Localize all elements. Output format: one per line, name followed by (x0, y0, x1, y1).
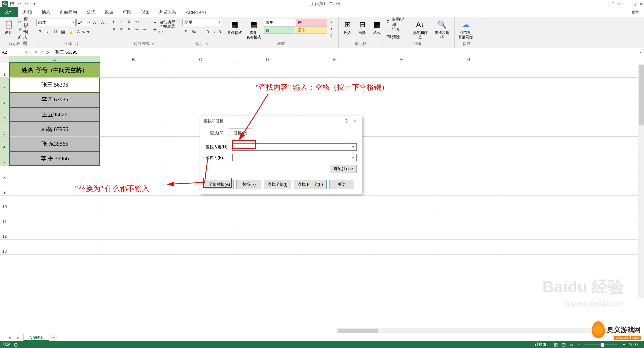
expand-formula-bar-icon[interactable]: ▾ (637, 48, 644, 56)
align-bottom-icon[interactable]: ⬇ (125, 19, 133, 25)
number-format-combo[interactable]: ▼ (182, 19, 222, 26)
row-header-12[interactable]: 12 (0, 225, 9, 239)
row-header-9[interactable]: 9 (0, 181, 9, 195)
enter-formula-icon[interactable]: ✓ (40, 50, 44, 55)
insert-cells-button[interactable]: ⊞插入 (341, 19, 354, 36)
fx-icon[interactable]: fx (46, 50, 49, 55)
tab-insert[interactable]: 插入 (37, 7, 55, 17)
align-left-icon[interactable]: ≡ (110, 26, 117, 33)
close-window-icon[interactable]: ✕ (639, 2, 643, 6)
replace-all-button[interactable]: 全部替换(A) (205, 180, 234, 189)
find-input[interactable] (232, 143, 350, 151)
fill-button[interactable]: ↓填充 (384, 26, 409, 33)
font-launcher-icon[interactable]: ↘ (74, 42, 78, 46)
tab-developer[interactable]: 开发工具 (154, 7, 181, 17)
tab-replace[interactable]: 替换(P) (229, 128, 252, 138)
cell-a6[interactable]: 张 东39565 (9, 137, 100, 151)
name-box[interactable]: ▼ (0, 50, 31, 55)
currency-icon[interactable]: $ (182, 28, 190, 36)
row-header-2[interactable]: 2 (0, 78, 9, 92)
cell-a5[interactable]: 韩梅 87956 (9, 122, 100, 136)
row-header-13[interactable]: 13 (0, 240, 9, 254)
zoom-slider[interactable] (584, 344, 618, 345)
sort-filter-button[interactable]: A↓排序和筛选 (410, 19, 431, 40)
zoom-out-icon[interactable]: − (575, 342, 582, 347)
tab-acrobat[interactable]: ACROBAT (181, 8, 211, 17)
col-header-g[interactable]: G (435, 56, 502, 63)
merge-center-button[interactable]: ⬌合并后居中 (152, 26, 178, 33)
col-header-c[interactable]: C (167, 56, 234, 63)
replace-button[interactable]: 替换(R) (236, 180, 261, 189)
delete-cells-button[interactable]: ⊟删除 (356, 19, 369, 36)
row-header-10[interactable]: 10 (0, 196, 9, 210)
cancel-formula-icon[interactable]: ✕ (34, 50, 38, 55)
undo-icon[interactable]: ↶ (16, 1, 23, 7)
dialog-close-icon[interactable]: ✕ (351, 117, 359, 125)
italic-button[interactable]: I (44, 28, 51, 36)
zoom-level[interactable]: 100% (627, 342, 641, 347)
style-gallery-down-icon[interactable]: ▼ (328, 26, 335, 32)
align-right-icon[interactable]: ≡ (125, 26, 133, 33)
clipboard-launcher-icon[interactable]: ↘ (22, 42, 26, 46)
clear-button[interactable]: ⌫清除 (384, 33, 409, 40)
find-select-button[interactable]: 🔍查找和选择 (432, 19, 452, 40)
align-launcher-icon[interactable]: ↘ (151, 42, 155, 46)
cell-a1[interactable]: 姓名+学号（中间无空格） (9, 63, 100, 77)
col-header-f[interactable]: F (368, 56, 435, 63)
login-link[interactable]: 登录 (627, 8, 644, 17)
border-button[interactable]: ▦ (59, 28, 67, 36)
sheet-tab-sheet1[interactable]: Sheet1 (23, 334, 49, 341)
add-sheet-icon[interactable]: + (51, 335, 57, 341)
align-middle-icon[interactable]: ≡ (118, 19, 125, 25)
tab-home[interactable]: 开始 (18, 7, 37, 17)
style-normal[interactable]: 常规 (264, 19, 295, 26)
col-header-e[interactable]: E (301, 56, 368, 63)
align-center-icon[interactable]: ≡ (118, 26, 125, 33)
find-all-button[interactable]: 查找全部(I) (264, 180, 291, 189)
cell-a7[interactable]: 李 平 36966 (9, 151, 100, 166)
phonetic-button[interactable]: wén (83, 28, 90, 36)
chevron-down-icon[interactable]: ▼ (71, 21, 75, 24)
find-dropdown-icon[interactable]: ▼ (350, 143, 357, 151)
tab-find[interactable]: 查找(D) (205, 128, 229, 138)
chevron-down-icon[interactable]: ▼ (217, 21, 222, 24)
align-top-icon[interactable]: ⬆ (110, 19, 117, 25)
increase-font-icon[interactable]: A↑ (92, 19, 99, 26)
row-header-1[interactable]: 1 (0, 63, 9, 77)
conditional-format-button[interactable]: ▦条件格式 (226, 19, 244, 36)
redo-icon[interactable]: ↷ (23, 1, 30, 7)
close-button[interactable]: 关闭 (329, 180, 354, 189)
formula-input[interactable] (53, 50, 637, 55)
increase-indent-icon[interactable]: ⇥ (141, 26, 148, 33)
select-all-corner[interactable] (0, 56, 9, 63)
table-format-button[interactable]: ▤套用 表格格式 (245, 19, 262, 40)
bold-button[interactable]: B (36, 28, 44, 36)
autosum-button[interactable]: Σ自动求和 (384, 19, 409, 25)
vertical-scrollbar[interactable] (638, 64, 644, 298)
style-good[interactable]: 好 (264, 26, 295, 34)
find-next-button[interactable]: 查找下一个(F) (294, 180, 326, 189)
sheet-nav-next-icon[interactable]: ▶ (15, 336, 21, 339)
style-neutral[interactable]: 适中 (296, 26, 327, 34)
cell-a2[interactable]: 张三 56395 (9, 78, 100, 92)
tab-review[interactable]: 审阅 (118, 7, 136, 17)
row-header-5[interactable]: 5 (0, 122, 9, 136)
percent-icon[interactable]: % (190, 28, 198, 36)
orientation-icon[interactable]: ⟲ (133, 19, 141, 25)
style-gallery-up-icon[interactable]: ▲ (328, 19, 335, 26)
comma-icon[interactable]: , (198, 28, 205, 36)
zoom-in-icon[interactable]: + (621, 342, 627, 347)
paste-button[interactable]: 📋 粘贴 (2, 19, 15, 36)
chevron-down-icon[interactable]: ▼ (87, 21, 91, 24)
format-painter-button[interactable]: 🖌格式刷 (17, 33, 32, 40)
help-icon[interactable]: ? (612, 2, 614, 6)
view-normal-icon[interactable]: ▦ (552, 342, 560, 347)
fill-color-button[interactable]: ◢ (67, 28, 74, 36)
col-header-d[interactable]: D (234, 56, 301, 63)
font-name-combo[interactable]: ▼ (36, 19, 76, 26)
tab-view[interactable]: 视图 (136, 7, 154, 17)
view-layout-icon[interactable]: ▤ (560, 342, 568, 347)
macro-record-icon[interactable]: ▢ (14, 342, 18, 347)
save-icon[interactable]: 💾 (9, 1, 15, 7)
decrease-font-icon[interactable]: A↓ (100, 19, 107, 26)
